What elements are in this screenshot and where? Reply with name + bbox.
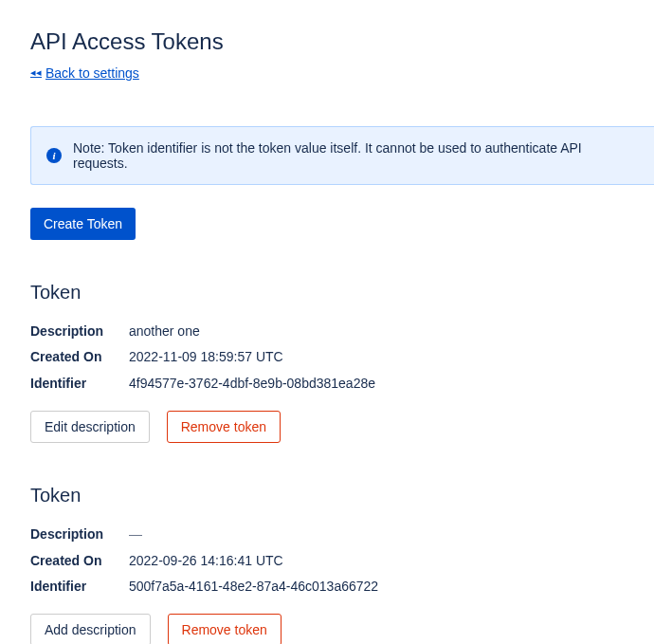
token-heading: Token: [30, 282, 654, 304]
description-value: another one: [129, 321, 200, 343]
identifier-label: Identifier: [30, 373, 129, 396]
remove-token-button[interactable]: Remove token: [168, 614, 282, 644]
token-details: Description another one Created On 2022-…: [30, 321, 654, 396]
page-title: API Access Tokens: [30, 28, 654, 55]
created-on-label: Created On: [30, 550, 129, 573]
identifier-value: 500f7a5a-4161-48e2-87a4-46c013a66722: [129, 576, 378, 598]
description-label: Description: [30, 524, 129, 546]
description-value: —: [129, 524, 142, 546]
add-description-button[interactable]: Add description: [30, 614, 151, 644]
created-on-value: 2022-09-26 14:16:41 UTC: [129, 550, 283, 573]
created-on-label: Created On: [30, 346, 129, 369]
create-token-button[interactable]: Create Token: [30, 208, 136, 240]
token-section: Token Description another one Created On…: [30, 282, 654, 443]
info-icon: i: [46, 148, 62, 163]
created-on-value: 2022-11-09 18:59:57 UTC: [129, 346, 283, 369]
identifier-value: 4f94577e-3762-4dbf-8e9b-08bd381ea28e: [129, 373, 375, 396]
token-section: Token Description — Created On 2022-09-2…: [30, 485, 654, 644]
back-to-settings-link[interactable]: ◂◂ Back to settings: [30, 65, 139, 81]
token-heading: Token: [30, 485, 654, 506]
identifier-label: Identifier: [30, 576, 129, 598]
info-banner: i Note: Token identifier is not the toke…: [30, 126, 654, 185]
back-link-label: Back to settings: [45, 65, 139, 81]
info-banner-text: Note: Token identifier is not the token …: [73, 140, 639, 171]
double-arrow-left-icon: ◂◂: [30, 66, 42, 79]
edit-description-button[interactable]: Edit description: [30, 411, 150, 443]
remove-token-button[interactable]: Remove token: [167, 411, 281, 443]
description-label: Description: [30, 321, 129, 343]
token-details: Description — Created On 2022-09-26 14:1…: [30, 524, 654, 598]
